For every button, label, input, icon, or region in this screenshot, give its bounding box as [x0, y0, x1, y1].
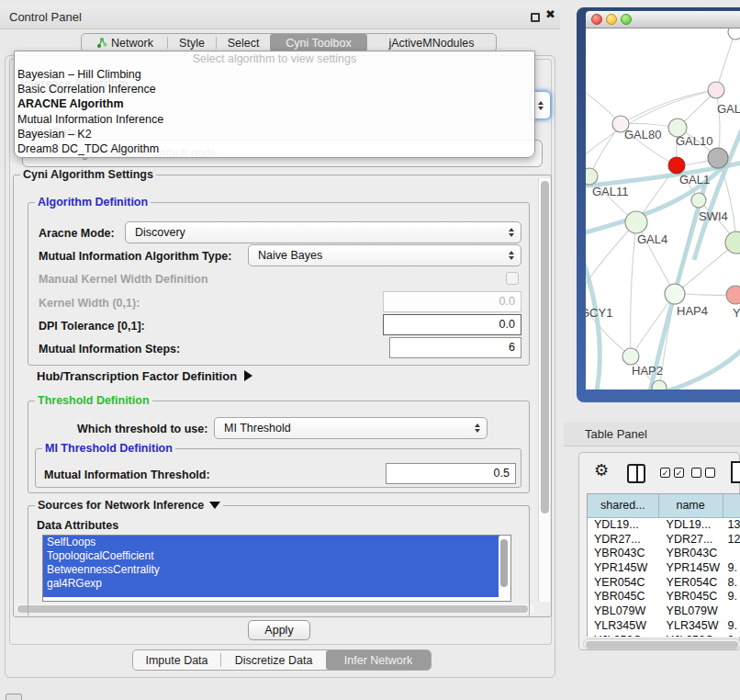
- minimize-traffic-light-icon[interactable]: [606, 14, 617, 25]
- network-node[interactable]: [668, 157, 685, 174]
- checked-checkbox-icon[interactable]: ✓: [660, 468, 670, 478]
- apply-button[interactable]: Apply: [248, 620, 310, 640]
- network-node[interactable]: [586, 168, 598, 185]
- network-canvas-svg: GALGAL80GAL10GAL1GAL11SWI4GAL4GCY1HAP4YH…: [586, 28, 740, 390]
- table-cell: YBR043C: [588, 547, 659, 561]
- cyni-settings-title: Cyni Algorithm Settings: [20, 168, 156, 182]
- column-header[interactable]: name: [659, 494, 723, 517]
- tab-cyni-toolbox[interactable]: Cyni Toolbox: [270, 34, 367, 51]
- network-node[interactable]: [708, 82, 724, 98]
- network-node[interactable]: [625, 211, 647, 233]
- aracne-mode-combobox[interactable]: Discovery: [125, 221, 521, 243]
- tab-infer-network[interactable]: Infer Network: [326, 650, 431, 670]
- table-row[interactable]: YLR345WYLR345W9.: [588, 619, 740, 634]
- table-row[interactable]: YER054CYER054C8.: [588, 576, 740, 591]
- scrollbar-thumb[interactable]: [586, 641, 738, 649]
- network-window-titlebar[interactable]: [586, 11, 740, 28]
- list-item[interactable]: BetweennessCentrality: [43, 563, 499, 577]
- spinner-arrows-icon: [509, 251, 514, 260]
- network-edge[interactable]: [586, 222, 636, 297]
- expander-arrow-icon: [244, 370, 252, 381]
- scrollbar-thumb[interactable]: [500, 539, 508, 587]
- algorithm-option[interactable]: ARACNE Algorithm: [15, 96, 534, 111]
- table-cell: 12: [723, 533, 740, 548]
- list-vertical-scrollbar[interactable]: [499, 536, 510, 601]
- list-item-partial[interactable]: [43, 591, 499, 597]
- table-row[interactable]: YBR045CYBR045C9.: [588, 590, 740, 604]
- table-body: YDL19...YDL19...13YDR27...YDR27...12YBR0…: [588, 518, 740, 637]
- network-node-label: SWI4: [699, 209, 728, 223]
- column-header[interactable]: shared...: [588, 494, 659, 517]
- network-edge[interactable]: [716, 31, 735, 90]
- tab-network[interactable]: Network: [82, 34, 167, 51]
- data-attributes-label: Data Attributes: [37, 519, 118, 532]
- kernel-width-field[interactable]: 0.0: [383, 291, 521, 312]
- table-cell: [723, 604, 740, 619]
- zoom-traffic-light-icon[interactable]: [621, 14, 632, 25]
- checked-checkbox-icon[interactable]: ✓: [674, 468, 684, 478]
- algorithm-option[interactable]: Dream8 DC_TDC Algorithm: [15, 141, 534, 156]
- network-node-label: HAP2: [632, 364, 663, 378]
- table-row[interactable]: YDL19...YDL19...13: [588, 518, 740, 533]
- column-header[interactable]: [723, 494, 740, 517]
- network-node[interactable]: [622, 348, 639, 365]
- network-edge[interactable]: [631, 222, 636, 356]
- network-node[interactable]: [726, 286, 740, 304]
- scrollbar-thumb[interactable]: [541, 181, 549, 514]
- algorithm-option[interactable]: Mutual Information Inference: [15, 112, 534, 127]
- table-cell: YER054C: [588, 576, 659, 591]
- close-traffic-light-icon[interactable]: [591, 14, 602, 25]
- mi-steps-field[interactable]: 6: [389, 337, 521, 358]
- spinner-arrows-icon: [509, 228, 514, 237]
- hub-definition-expander[interactable]: Hub/Transcription Factor Definition: [37, 369, 252, 383]
- dpi-tolerance-field[interactable]: 0.0: [383, 314, 521, 335]
- table-cell: YLR345W: [659, 619, 723, 634]
- list-item[interactable]: TopologicalCoefficient: [43, 549, 499, 563]
- algorithm-option[interactable]: Bayesian – K2: [15, 127, 534, 141]
- tab-jactivemnodules[interactable]: jActiveMNodules: [367, 34, 496, 51]
- mi-threshold-field[interactable]: 0.5: [386, 463, 516, 484]
- table-settings-gear-icon[interactable]: ⚙: [594, 462, 609, 479]
- settings-vertical-scrollbar[interactable]: [538, 178, 550, 602]
- tab-discretize-data[interactable]: Discretize Data: [221, 650, 326, 670]
- unchecked-checkbox-icon[interactable]: [705, 468, 715, 478]
- application-window: Control Panel ✖ Network Style Select Cyn…: [0, 0, 740, 700]
- network-node[interactable]: [708, 148, 728, 168]
- sources-title[interactable]: Sources for Network Inference: [35, 499, 223, 513]
- algorithm-option[interactable]: Basic Correlation Inference: [15, 82, 534, 96]
- data-attributes-list: SelfLoopsTopologicalCoefficientBetweenne…: [43, 536, 510, 591]
- network-edge[interactable]: [667, 350, 740, 390]
- table-row[interactable]: YJL052CYJL052C9.: [588, 634, 740, 638]
- close-icon[interactable]: ✖: [545, 7, 555, 21]
- network-edge[interactable]: [675, 243, 736, 294]
- tab-select[interactable]: Select: [217, 34, 270, 51]
- float-window-icon[interactable]: [531, 13, 540, 22]
- unchecked-checkbox-icon[interactable]: [691, 468, 701, 478]
- network-node[interactable]: [665, 284, 685, 304]
- table-row[interactable]: YBR043CYBR043C: [588, 547, 740, 561]
- network-node[interactable]: [691, 193, 706, 208]
- table-cell: YJL052C: [659, 634, 723, 638]
- table-row[interactable]: YBL079WYBL079W: [588, 604, 740, 619]
- list-item[interactable]: gal4RGexp: [43, 577, 499, 591]
- list-item[interactable]: SelfLoops: [43, 536, 499, 549]
- network-edge[interactable]: [621, 90, 716, 124]
- columns-icon[interactable]: [627, 464, 645, 483]
- mi-algorithm-type-combobox[interactable]: Naive Bayes: [248, 244, 521, 266]
- which-threshold-combobox[interactable]: MI Threshold: [214, 417, 488, 439]
- network-view-canvas[interactable]: GALGAL80GAL10GAL1GAL11SWI4GAL4GCY1HAP4YH…: [586, 28, 740, 390]
- table-cell: YER054C: [659, 576, 723, 591]
- table-row[interactable]: YPR145WYPR145W9.: [588, 561, 740, 576]
- network-node-label: GAL80: [624, 128, 661, 141]
- table-row[interactable]: YDR27...YDR27...12: [588, 533, 740, 548]
- export-table-icon[interactable]: [731, 461, 740, 483]
- manual-kernel-width-checkbox[interactable]: [506, 272, 519, 285]
- table-header-row: shared... name: [588, 494, 740, 518]
- table-horizontal-scrollbar[interactable]: [583, 638, 740, 649]
- tab-style[interactable]: Style: [168, 34, 216, 51]
- tab-impute-data[interactable]: Impute Data: [133, 650, 220, 670]
- algorithm-option[interactable]: Bayesian – Hill Climbing: [15, 67, 534, 82]
- manual-kernel-width-label: Manual Kernel Width Definition: [39, 273, 208, 286]
- network-node[interactable]: [728, 28, 740, 40]
- dock-panel-icon[interactable]: [6, 694, 22, 700]
